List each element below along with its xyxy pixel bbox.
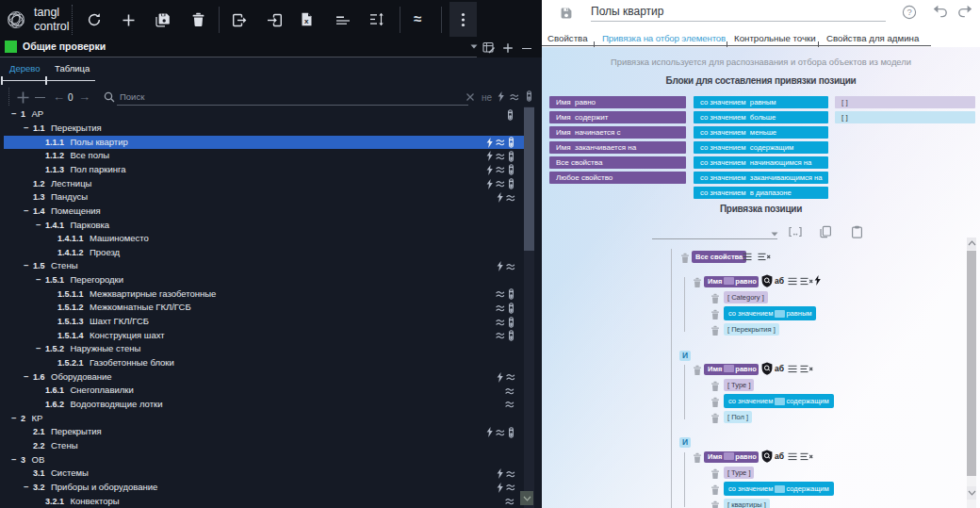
svg-text:x: x [304, 17, 309, 25]
svg-text:?: ? [907, 7, 912, 17]
